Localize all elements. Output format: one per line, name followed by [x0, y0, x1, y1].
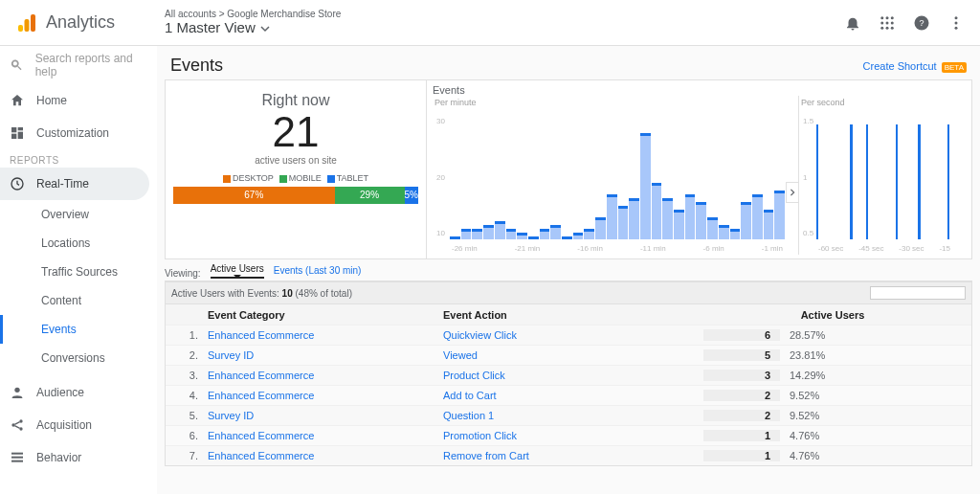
analytics-logo-icon — [15, 11, 38, 34]
nav-sub-locations[interactable]: Locations — [0, 229, 157, 258]
svg-rect-18 — [18, 127, 23, 130]
table-row[interactable]: 4.Enhanced EcommerceAdd to Cart29.52% — [166, 385, 971, 405]
create-shortcut-link[interactable]: Create Shortcut BETA — [863, 60, 967, 72]
event-action-link[interactable]: Question 1 — [443, 410, 494, 421]
svg-point-14 — [955, 16, 958, 19]
event-category-link[interactable]: Enhanced Ecommerce — [208, 329, 314, 341]
topbar: Analytics All accounts > Google Merchand… — [0, 0, 980, 46]
event-category-link[interactable]: Enhanced Ecommerce — [208, 450, 314, 461]
chevron-down-icon — [260, 24, 270, 34]
chart-bars-min — [450, 124, 785, 239]
event-category-link[interactable]: Enhanced Ecommerce — [208, 390, 314, 401]
svg-rect-20 — [11, 134, 16, 139]
event-action-link[interactable]: Add to Cart — [443, 390, 497, 401]
events-chart-card: Events Per minute 302010 -26 min-21 min-… — [427, 79, 972, 259]
summary-row: Active Users with Events: 10 (48% of tot… — [165, 281, 972, 304]
table-row[interactable]: 3.Enhanced EcommerceProduct Click314.29% — [166, 365, 971, 385]
nav-acquisition[interactable]: Acquisition — [0, 409, 157, 441]
search-placeholder: Search reports and help — [35, 52, 147, 79]
table-row[interactable]: 6.Enhanced EcommercePromotion Click14.76… — [166, 425, 971, 445]
table-row[interactable]: 7.Enhanced EcommerceRemove from Cart14.7… — [166, 445, 971, 465]
nav-realtime[interactable]: Real-Time — [0, 168, 149, 200]
event-category-link[interactable]: Enhanced Ecommerce — [208, 430, 314, 441]
clock-icon — [10, 176, 25, 191]
nav-discover[interactable]: Discover — [0, 489, 157, 494]
y-axis-sec: 1.510.5 — [803, 109, 813, 255]
tab-events-30[interactable]: Events (Last 30 min) — [274, 265, 362, 279]
chart-expander[interactable] — [786, 182, 799, 203]
share-icon — [10, 417, 25, 433]
per-minute-label: Per minute — [434, 98, 798, 107]
dashboard-icon — [10, 125, 25, 141]
view-selector[interactable]: All accounts > Google Merchandise Store … — [165, 10, 341, 36]
svg-point-15 — [955, 21, 958, 24]
event-action-link[interactable]: Promotion Click — [443, 430, 517, 441]
more-icon[interactable] — [947, 14, 965, 32]
tab-active-users[interactable]: Active Users — [211, 263, 264, 279]
svg-point-10 — [886, 26, 889, 29]
help-icon[interactable]: ? — [913, 14, 930, 32]
device-share-bar: 67% 29% 5% — [173, 187, 418, 204]
event-category-link[interactable]: Survey ID — [208, 410, 254, 421]
svg-rect-2 — [31, 14, 35, 32]
event-category-link[interactable]: Survey ID — [208, 349, 254, 361]
table-row[interactable]: 2.Survey IDViewed523.81% — [166, 345, 971, 365]
event-action-link[interactable]: Product Click — [443, 370, 505, 381]
table-row[interactable]: 5.Survey IDQuestion 129.52% — [166, 405, 971, 425]
svg-rect-27 — [11, 457, 23, 459]
nav-reports-heading: REPORTS — [0, 149, 157, 168]
nav-home[interactable]: Home — [0, 84, 157, 117]
chart-title: Events — [433, 84, 966, 96]
apps-icon[interactable] — [879, 14, 896, 32]
x-axis-min: -26 min-21 min-16 min-11 min-6 min-1 min — [450, 244, 785, 253]
per-second-label: Per second — [801, 98, 966, 107]
left-nav: Search reports and help Home Customizati… — [0, 46, 157, 494]
search-icon — [10, 57, 24, 73]
page-title: Events — [170, 56, 223, 76]
nav-customization[interactable]: Customization — [0, 117, 157, 149]
svg-point-5 — [891, 16, 894, 19]
search-reports[interactable]: Search reports and help — [0, 46, 157, 84]
view-name: 1 Master View — [165, 19, 256, 35]
nav-sub-traffic[interactable]: Traffic Sources — [0, 258, 157, 286]
viewing-label: Viewing: — [165, 268, 201, 279]
events-table: Event Category Event Action Active Users… — [165, 304, 972, 466]
svg-rect-0 — [18, 25, 23, 32]
device-legend: DESKTOP MOBILE TABLET — [166, 173, 426, 183]
nav-sub-conversions[interactable]: Conversions — [0, 344, 157, 372]
svg-rect-17 — [11, 127, 16, 132]
realtime-sub: active users on site — [166, 155, 426, 166]
event-action-link[interactable]: Viewed — [443, 349, 478, 361]
event-action-link[interactable]: Remove from Cart — [443, 450, 529, 461]
main-content: Events Create Shortcut BETA Right now 21… — [157, 46, 980, 494]
nav-behavior[interactable]: Behavior — [0, 441, 157, 474]
bell-icon[interactable] — [844, 14, 861, 32]
svg-point-7 — [886, 21, 889, 24]
svg-point-16 — [955, 26, 958, 29]
nav-sub-overview[interactable]: Overview — [0, 200, 157, 229]
nav-audience[interactable]: Audience — [0, 376, 157, 409]
svg-text:?: ? — [919, 18, 924, 28]
nav-realtime-subs: Overview Locations Traffic Sources Conte… — [0, 200, 157, 372]
event-action-link[interactable]: Quickview Click — [443, 329, 517, 341]
event-category-link[interactable]: Enhanced Ecommerce — [208, 370, 314, 381]
product-name: Analytics — [46, 12, 115, 33]
breadcrumb: All accounts > Google Merchandise Store — [165, 10, 341, 19]
nav-sub-events[interactable]: Events — [0, 315, 157, 344]
svg-point-3 — [880, 16, 883, 19]
realtime-label: Right now — [166, 92, 426, 109]
realtime-card: Right now 21 active users on site DESKTO… — [165, 79, 427, 259]
table-row[interactable]: 1.Enhanced EcommerceQuickview Click628.5… — [166, 325, 971, 345]
svg-rect-26 — [11, 453, 23, 455]
y-axis-min: 302010 — [436, 109, 445, 255]
x-axis-sec: -60 sec-45 sec-30 sec-15 — [816, 244, 952, 253]
table-search-input[interactable] — [870, 286, 966, 300]
viewing-row: Viewing: Active Users Events (Last 30 mi… — [165, 259, 972, 281]
svg-point-6 — [880, 21, 883, 24]
svg-point-9 — [880, 26, 883, 29]
svg-point-11 — [891, 26, 894, 29]
nav-sub-content[interactable]: Content — [0, 286, 157, 315]
realtime-count: 21 — [166, 111, 426, 153]
svg-rect-28 — [11, 460, 23, 462]
chart-bars-sec — [816, 124, 952, 239]
